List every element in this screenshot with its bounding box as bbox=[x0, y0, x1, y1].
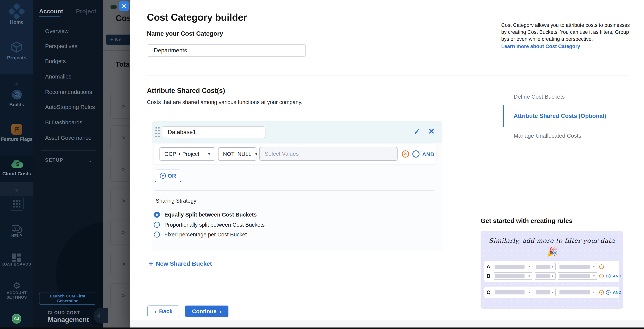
nav-item-budgets[interactable]: Budgets bbox=[45, 56, 102, 67]
sidebar-item-cloud-costs[interactable]: Cloud Costs bbox=[0, 171, 34, 177]
chevron-right-icon: › bbox=[220, 308, 222, 315]
cloud-costs-nav: Account Project Overview Perspectives Bu… bbox=[34, 0, 103, 329]
tab-account-underline bbox=[39, 16, 60, 17]
illustration-rule-group: C ▼ ▼ ▼ − + AND bbox=[484, 287, 620, 298]
radio-option-proportional[interactable]: Proportionally split between Cost Bucket… bbox=[154, 221, 265, 229]
continue-button[interactable]: Continue › bbox=[185, 306, 228, 317]
field-dropdown-value: GCP > Project bbox=[164, 151, 199, 157]
cloud-dollar-icon[interactable]: $ bbox=[10, 158, 24, 169]
nav-item-anomalies[interactable]: Anomalies bbox=[45, 71, 102, 82]
radio-icon[interactable] bbox=[154, 222, 160, 228]
radio-option-equal[interactable]: Equally Split between Cost Buckets bbox=[154, 211, 257, 218]
illustration-row-a: A ▼ ▼ ▼ − bbox=[486, 263, 604, 271]
module-picker-icon[interactable] bbox=[10, 197, 24, 211]
nav-item-perspectives[interactable]: Perspectives bbox=[45, 40, 102, 52]
back-label: Back bbox=[159, 308, 173, 315]
and-label: AND bbox=[613, 274, 622, 278]
chevron-down-icon[interactable]: ⌄ bbox=[88, 157, 92, 163]
radio-label: Fixed percentage per Cost Bucket bbox=[164, 232, 247, 238]
sidebar-item-home[interactable]: Home bbox=[0, 19, 34, 25]
shared-bucket-header: ✓ ✕ bbox=[152, 121, 442, 143]
sidebar-item-projects[interactable]: Projects bbox=[0, 55, 34, 61]
plus-circle-icon: + bbox=[160, 173, 166, 179]
nav-item-bi-dashboards[interactable]: BI Dashboards bbox=[45, 117, 102, 128]
remove-condition-icon[interactable]: ✕ bbox=[402, 150, 409, 158]
new-shared-bucket-button[interactable]: + New Shared Bucket bbox=[149, 260, 212, 268]
screen-bottom-edge bbox=[0, 328, 644, 329]
nav-item-asset-governance[interactable]: Asset Governance bbox=[45, 132, 102, 143]
add-or-button[interactable]: + OR bbox=[154, 170, 181, 182]
operator-dropdown[interactable]: NOT_NULL ▼ bbox=[218, 147, 256, 161]
sidebar-item-dashboards[interactable]: DASHBOARDS bbox=[0, 262, 34, 267]
confirm-icon[interactable]: ✓ bbox=[414, 127, 420, 136]
tab-account[interactable]: Account bbox=[39, 8, 63, 15]
illustration-row-c: C ▼ ▼ ▼ − + AND bbox=[486, 288, 622, 297]
radio-icon[interactable] bbox=[154, 232, 160, 238]
get-started-heading: Get started with creating rules bbox=[480, 217, 572, 224]
gear-icon[interactable]: ⚙ bbox=[0, 280, 34, 291]
step-attribute-shared-costs[interactable]: Attribute Shared Costs (Optional) bbox=[514, 113, 606, 119]
sidebar-item-account-settings[interactable]: ACCOUNT bbox=[0, 291, 34, 295]
module-nav: Home Projects ▲ Builds Feature Flags $ C… bbox=[0, 0, 34, 329]
builds-icon[interactable] bbox=[11, 89, 23, 101]
field-dropdown[interactable]: GCP > Project ▼ bbox=[160, 147, 215, 161]
dashboards-icon[interactable] bbox=[12, 253, 22, 263]
chevron-down-icon: ▼ bbox=[254, 152, 258, 156]
active-step-indicator bbox=[503, 105, 504, 127]
divider bbox=[154, 190, 434, 191]
launch-ccm-first-gen-button[interactable]: Launch CCM First Generation bbox=[39, 293, 96, 305]
radio-selected-icon[interactable] bbox=[154, 212, 160, 218]
product-label: CLOUD COST bbox=[48, 310, 80, 315]
rules-illustration: Similarly, add more to filter your data … bbox=[480, 231, 623, 309]
tab-project[interactable]: Project bbox=[76, 8, 96, 15]
nav-divider bbox=[41, 150, 96, 151]
minus-circle-icon: − bbox=[599, 274, 604, 278]
drag-handle-icon[interactable] bbox=[155, 127, 160, 137]
radio-option-fixed[interactable]: Fixed percentage per Cost Bucket bbox=[154, 231, 247, 238]
minus-circle-icon: − bbox=[599, 290, 604, 295]
illustration-rule-group: A ▼ ▼ ▼ − B ▼ ▼ ▼ − + AND bbox=[484, 261, 620, 282]
step-manage-unallocated-costs[interactable]: Manage Unallocated Costs bbox=[514, 133, 581, 139]
chevron-left-icon: ‹ bbox=[154, 308, 156, 315]
condition-row: GCP > Project ▼ NOT_NULL ▼ ✕ + AND bbox=[154, 144, 436, 164]
continue-label: Continue bbox=[192, 308, 216, 315]
sidebar-item-account-settings-line2[interactable]: SETTINGS bbox=[0, 295, 34, 300]
and-label[interactable]: AND bbox=[422, 151, 434, 158]
row-letter: C bbox=[486, 290, 492, 295]
svg-text:?: ? bbox=[14, 226, 16, 230]
plus-circle-icon: + bbox=[606, 290, 610, 295]
chevron-down-icon: ▼ bbox=[207, 152, 211, 156]
operator-dropdown-value: NOT_NULL bbox=[223, 151, 252, 157]
sidebar-item-feature-flags[interactable]: Feature Flags bbox=[0, 136, 34, 142]
plus-icon: + bbox=[149, 260, 153, 268]
remove-bucket-icon[interactable]: ✕ bbox=[428, 127, 435, 136]
illustration-caption: Similarly, add more to filter your data bbox=[480, 237, 623, 244]
chevron-left-icon bbox=[96, 313, 100, 319]
step-define-cost-buckets[interactable]: Define Cost Buckets bbox=[514, 93, 565, 100]
shared-costs-heading: Attribute Shared Cost(s) bbox=[147, 87, 225, 95]
avatar[interactable]: CJ bbox=[12, 314, 22, 324]
back-button[interactable]: ‹ Back bbox=[148, 306, 180, 317]
row-letter: B bbox=[486, 273, 492, 279]
shared-costs-description: Costs that are shared among various func… bbox=[147, 99, 302, 105]
nav-item-overview[interactable]: Overview bbox=[45, 25, 102, 37]
chat-help-icon[interactable]: ? bbox=[11, 225, 22, 234]
drawer-close-button[interactable]: ✕ bbox=[119, 1, 129, 11]
radio-label: Proportionally split between Cost Bucket… bbox=[164, 222, 265, 228]
select-values-input[interactable] bbox=[260, 147, 398, 161]
divider bbox=[147, 75, 628, 75]
nav-item-autostopping-rules[interactable]: AutoStopping Rules bbox=[45, 101, 102, 113]
nav-item-recommendations[interactable]: Recommendations bbox=[45, 86, 102, 98]
minus-circle-icon: − bbox=[599, 264, 604, 269]
sidebar-item-help[interactable]: HELP bbox=[0, 234, 34, 238]
nav-collapse-handle[interactable] bbox=[94, 308, 108, 323]
flag-icon[interactable] bbox=[11, 124, 22, 135]
bucket-name-input[interactable] bbox=[162, 126, 266, 138]
learn-more-link[interactable]: Learn more about Cost Category bbox=[501, 43, 580, 49]
collapse-down-icon[interactable]: ▼ bbox=[0, 187, 34, 194]
cost-category-name-input[interactable] bbox=[147, 44, 306, 57]
add-condition-icon[interactable]: + bbox=[412, 150, 420, 158]
sidebar-item-builds[interactable]: Builds bbox=[0, 102, 34, 108]
cube-icon[interactable] bbox=[10, 41, 23, 53]
collapse-up-icon[interactable]: ▲ bbox=[0, 80, 34, 87]
